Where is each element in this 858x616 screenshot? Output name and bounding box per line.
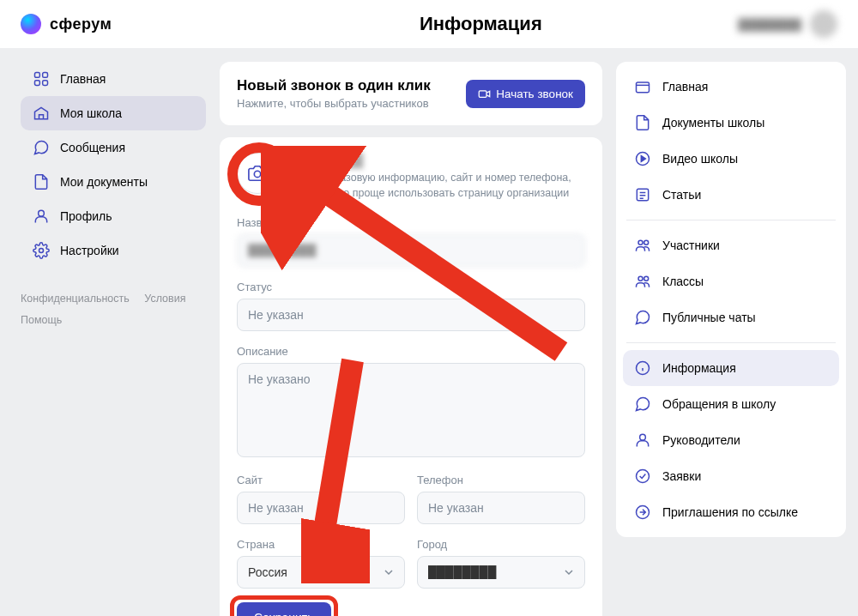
- right-item-label: Обращения в школу: [662, 397, 776, 411]
- right-item-video[interactable]: Видео школы: [623, 141, 839, 177]
- user-icon: [633, 431, 652, 450]
- footer-terms[interactable]: Условия: [144, 293, 185, 305]
- users-icon: [633, 236, 652, 255]
- country-label: Страна: [237, 538, 405, 551]
- right-item-appeals[interactable]: Обращения в школу: [623, 386, 839, 422]
- right-item-label: Статьи: [662, 188, 701, 202]
- right-item-label: Документы школы: [662, 116, 764, 130]
- svg-point-5: [39, 249, 44, 253]
- play-icon: [633, 149, 652, 168]
- call-button-label: Начать звонок: [496, 88, 573, 100]
- site-label: Сайт: [237, 474, 405, 486]
- info-card: ████████ Укажите базовую информацию, сай…: [220, 137, 602, 616]
- sidebar-item-school[interactable]: Моя школа: [21, 96, 206, 130]
- country-select[interactable]: Россия: [237, 556, 405, 589]
- svg-rect-3: [43, 81, 48, 86]
- logo-area[interactable]: сферум: [21, 14, 112, 34]
- right-item-label: Заявки: [662, 469, 701, 483]
- sidebar-item-label: Профиль: [60, 209, 112, 223]
- description-input[interactable]: [237, 363, 585, 457]
- user-menu[interactable]: ████████: [738, 10, 837, 38]
- status-input[interactable]: [237, 299, 585, 331]
- sidebar-item-profile[interactable]: Профиль: [21, 199, 206, 233]
- chat-icon: [33, 139, 50, 156]
- city-label: Город: [417, 538, 585, 551]
- right-item-label: Главная: [662, 80, 708, 94]
- name-label: Название: [237, 216, 585, 229]
- school-name: ████████: [290, 153, 585, 167]
- right-item-heads[interactable]: Руководители: [623, 422, 839, 458]
- article-icon: [633, 185, 652, 204]
- camera-icon: [248, 164, 267, 183]
- svg-point-20: [640, 434, 646, 440]
- link-icon: [633, 503, 652, 522]
- call-subtitle: Нажмите, чтобы выбрать участников: [237, 97, 431, 110]
- right-item-label: Приглашения по ссылке: [662, 505, 798, 519]
- save-button[interactable]: Сохранить: [237, 602, 331, 616]
- right-item-invites[interactable]: Приглашения по ссылке: [623, 494, 839, 530]
- svg-point-18: [644, 276, 649, 281]
- footer-privacy[interactable]: Конфиденциальность: [21, 293, 130, 305]
- phone-input[interactable]: [417, 492, 585, 524]
- site-input[interactable]: [237, 492, 405, 524]
- chat-icon: [633, 308, 652, 327]
- start-call-button[interactable]: Начать звонок: [466, 80, 585, 108]
- sidebar-item-label: Сообщения: [60, 141, 125, 154]
- right-item-home[interactable]: Главная: [623, 69, 839, 105]
- right-item-docs[interactable]: Документы школы: [623, 105, 839, 141]
- check-icon: [633, 467, 652, 486]
- svg-rect-6: [479, 90, 486, 97]
- name-input[interactable]: [237, 234, 585, 267]
- right-item-chats[interactable]: Публичные чаты: [623, 299, 839, 335]
- right-item-label: Руководители: [662, 433, 740, 447]
- city-select[interactable]: ████████: [417, 556, 585, 589]
- document-icon: [633, 113, 652, 132]
- separator: [626, 220, 836, 220]
- right-item-label: Информация: [662, 361, 736, 375]
- brand: сферум: [50, 15, 112, 33]
- page-title: Информация: [420, 13, 542, 35]
- sidebar-item-messages[interactable]: Сообщения: [21, 130, 206, 165]
- message-icon: [633, 395, 652, 414]
- avatar: [810, 10, 837, 38]
- phone-label: Телефон: [417, 474, 585, 486]
- sidebar-item-documents[interactable]: Мои документы: [21, 165, 206, 199]
- svg-point-7: [254, 171, 260, 177]
- sidebar-item-label: Настройки: [60, 244, 119, 257]
- folder-icon: [633, 77, 652, 96]
- sidebar-item-label: Моя школа: [60, 106, 122, 120]
- sidebar-item-settings[interactable]: Настройки: [21, 233, 206, 268]
- svg-point-15: [638, 240, 643, 245]
- right-item-classes[interactable]: Классы: [623, 263, 839, 299]
- footer-links: Конфиденциальность Условия Помощь: [21, 288, 206, 331]
- right-item-info[interactable]: Информация: [623, 350, 839, 386]
- user-icon: [33, 208, 50, 225]
- right-item-requests[interactable]: Заявки: [623, 458, 839, 494]
- right-item-articles[interactable]: Статьи: [623, 177, 839, 213]
- svg-rect-1: [43, 73, 48, 78]
- logo-icon: [21, 14, 41, 34]
- sidebar: Главная Моя школа Сообщения Мои документ…: [21, 62, 206, 616]
- svg-rect-12: [637, 82, 650, 93]
- sidebar-item-home[interactable]: Главная: [21, 62, 206, 96]
- status-label: Статус: [237, 281, 585, 293]
- user-name: ████████: [738, 18, 801, 31]
- svg-point-4: [39, 210, 45, 216]
- video-icon: [478, 88, 491, 100]
- users-icon: [633, 272, 652, 291]
- info-icon: [633, 359, 652, 377]
- sidebar-item-label: Главная: [60, 72, 106, 86]
- call-card: Новый звонок в один клик Нажмите, чтобы …: [220, 62, 602, 125]
- description-label: Описание: [237, 345, 585, 358]
- main-column: Новый звонок в один клик Нажмите, чтобы …: [220, 62, 602, 616]
- svg-point-16: [644, 240, 649, 245]
- call-title: Новый звонок в один клик: [237, 77, 431, 94]
- right-item-members[interactable]: Участники: [623, 227, 839, 263]
- document-icon: [33, 173, 50, 190]
- svg-point-17: [638, 276, 643, 281]
- right-item-label: Классы: [662, 275, 704, 288]
- upload-photo-button[interactable]: [237, 153, 278, 194]
- separator: [626, 342, 836, 343]
- footer-help[interactable]: Помощь: [21, 314, 62, 326]
- school-description: Укажите базовую информацию, сайт и номер…: [290, 171, 585, 201]
